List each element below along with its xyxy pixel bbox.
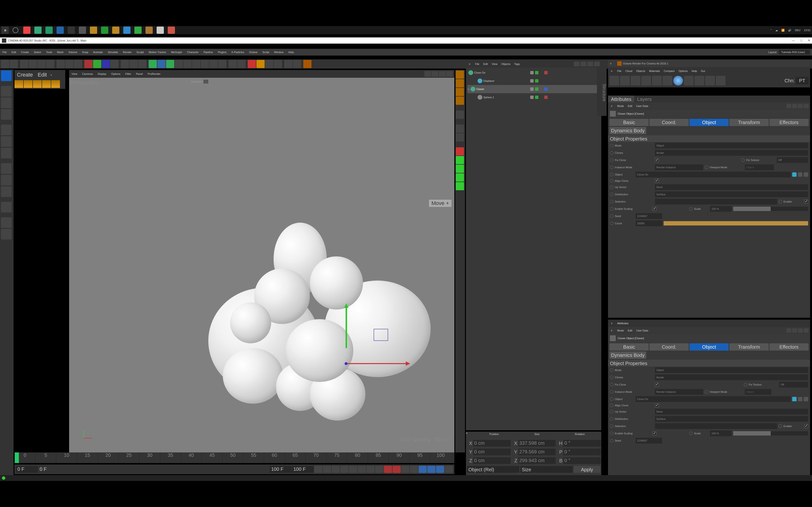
menu-item[interactable]: Help [286, 50, 296, 54]
tool-button[interactable] [256, 60, 265, 68]
enable-checkbox[interactable] [804, 200, 808, 204]
timeline-ruler[interactable]: /*ticks rendered below via JS hook*/ 051… [14, 452, 454, 463]
tree-row[interactable]: Sphere.1 [467, 93, 600, 101]
axis-z-icon[interactable] [102, 60, 110, 68]
next-frame-icon[interactable] [358, 466, 366, 473]
mode-icon[interactable] [42, 80, 51, 88]
key-icon[interactable] [418, 466, 427, 473]
oct-menu-item[interactable]: Materials [647, 69, 662, 73]
tool-button[interactable] [248, 60, 256, 68]
distribution-select[interactable]: Surface [655, 416, 808, 422]
next-key-icon[interactable] [366, 466, 374, 473]
tool-button[interactable] [65, 60, 73, 68]
scale-input[interactable]: 100 % [710, 431, 732, 436]
create-label[interactable]: Create [14, 71, 35, 78]
app-icon[interactable] [168, 26, 175, 34]
attr-menu-item[interactable]: User Data [635, 104, 650, 108]
object-tree[interactable]: Clone On Displacer ⊟Cloner Sphere.1 [466, 68, 601, 102]
app-icon[interactable] [23, 26, 31, 34]
object-link[interactable]: Clone On [636, 172, 791, 177]
om-menu-item[interactable]: Edit [481, 62, 490, 66]
size-z-input[interactable]: 299.943 cm [518, 457, 556, 464]
panel-menu-icon[interactable]: ≡ [610, 62, 617, 65]
attr-menu-item[interactable]: Edit [626, 329, 635, 332]
menu-item[interactable]: X-Particles [229, 50, 247, 54]
mode-icon[interactable] [24, 80, 33, 88]
oct-tool[interactable] [716, 76, 725, 86]
app-icon[interactable] [68, 26, 75, 34]
texture-mode[interactable] [1, 98, 12, 108]
tool-button[interactable] [192, 60, 200, 68]
pos-z-input[interactable]: 0 cm [473, 457, 511, 464]
selection-field[interactable] [655, 199, 777, 205]
menu-item[interactable]: Animate [91, 50, 105, 54]
tree-row[interactable]: Displacer [467, 77, 600, 85]
vpmode-select[interactable]: Object [745, 164, 774, 170]
polygon-mode[interactable] [1, 148, 12, 158]
rot-h-input[interactable]: 0 ° [563, 440, 601, 447]
start-button[interactable]: ⊞ [1, 26, 9, 34]
side-tool[interactable] [456, 173, 464, 181]
coord-size-select[interactable]: Size [520, 466, 573, 473]
redo-button[interactable] [10, 60, 18, 68]
tool-button[interactable] [57, 60, 65, 68]
vp-menu-item[interactable]: Filter [123, 72, 134, 76]
spline-button[interactable] [157, 60, 165, 68]
side-tool[interactable] [456, 111, 464, 119]
attr-menu-item[interactable]: Edit [626, 104, 635, 108]
distribution-select[interactable]: Surface [655, 191, 808, 197]
locale-label[interactable]: DEU [795, 29, 800, 32]
oct-sphere-icon[interactable] [673, 76, 683, 86]
tool-button[interactable] [110, 60, 119, 68]
om-menu-item[interactable]: View [490, 62, 500, 66]
tool-button[interactable] [218, 60, 226, 68]
side-tool[interactable] [456, 70, 464, 79]
side-tool[interactable] [456, 79, 464, 88]
nav-lock-icon[interactable] [804, 104, 809, 108]
size-y-input[interactable]: 279.569 cm [518, 449, 556, 455]
goto-start-icon[interactable] [314, 466, 322, 473]
side-tool[interactable] [456, 165, 464, 173]
end-frame-input-2[interactable]: 100 F [292, 466, 314, 473]
oct-menu-item[interactable]: Help [690, 69, 699, 73]
oct-gear-icon[interactable] [652, 76, 662, 86]
record-icon[interactable] [384, 466, 392, 473]
om-tool-icon[interactable] [594, 62, 600, 66]
oct-menu-item[interactable]: Compare [662, 69, 676, 73]
menu-item[interactable]: Window [272, 50, 286, 54]
mode-icon[interactable] [14, 80, 23, 88]
instmode-select[interactable]: Render Instance [655, 389, 703, 395]
rot-p-input[interactable]: 0 ° [563, 449, 601, 455]
live-select-tool[interactable] [1, 70, 12, 81]
nav-icon[interactable] [792, 328, 797, 333]
side-tool[interactable] [456, 88, 464, 96]
vp-menu-item[interactable]: Cameras [80, 72, 95, 76]
om-tool-icon[interactable] [587, 62, 593, 66]
maximize-button[interactable]: □ [800, 39, 802, 42]
channel-select[interactable]: PT [796, 77, 809, 84]
menu-item[interactable]: Pipeline [201, 50, 215, 54]
scale-slider[interactable] [733, 207, 808, 211]
menu-item[interactable]: Simulate [105, 50, 120, 54]
menu-item[interactable]: Edit [9, 50, 18, 54]
vp-menu-item[interactable]: Panel [134, 72, 145, 76]
fixclone-checkbox[interactable] [655, 158, 659, 162]
key-icon[interactable] [427, 466, 436, 473]
tool-button[interactable] [184, 60, 192, 68]
play-back-icon[interactable] [340, 466, 349, 473]
scale-input[interactable]: 100 % [710, 206, 732, 212]
count-slider[interactable] [664, 221, 808, 225]
tool-button[interactable] [265, 60, 273, 68]
tool-button[interactable] [209, 60, 218, 68]
seed-input[interactable]: 1234567 [636, 213, 662, 219]
object-link[interactable]: Clone On [636, 396, 791, 402]
menu-item[interactable]: Render [120, 50, 134, 54]
side-tool[interactable] [456, 156, 464, 164]
vp-menu-item[interactable]: Display [95, 72, 109, 76]
windows-taskbar[interactable]: ⊞ ˄ ☁ 📶 🔊 DEU 13:51 [0, 26, 812, 34]
axis-x-icon[interactable] [84, 60, 93, 68]
viewport-3d[interactable]: Move + Grid Spacing : 50 cm [69, 78, 454, 452]
tool-button[interactable] [229, 60, 237, 68]
tool-button[interactable] [201, 60, 209, 68]
layout-dropdown[interactable]: Tutorials R20 (User) [779, 50, 810, 54]
